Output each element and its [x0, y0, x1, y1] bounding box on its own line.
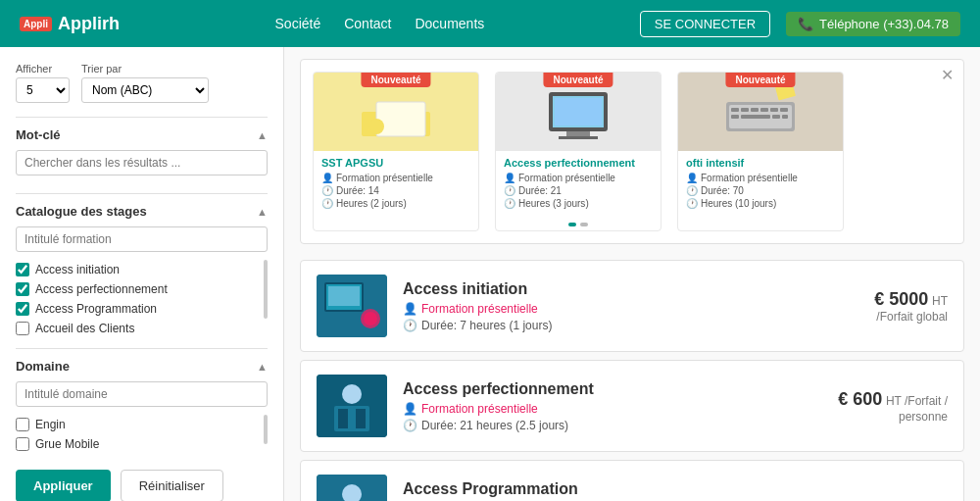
catalogue-label: Catalogue des stages — [16, 204, 147, 219]
nav-documents[interactable]: Documents — [415, 16, 484, 31]
close-featured-icon[interactable]: ✕ — [941, 66, 954, 84]
badge-1: Nouveauté — [543, 73, 612, 87]
domaine-list: Engin Grue Mobile — [16, 415, 99, 454]
sidebar-actions: Appliquer Réinitialiser — [16, 470, 268, 501]
training-thumb-1 — [317, 375, 387, 437]
list-item: Engin — [16, 415, 99, 434]
nav-societe[interactable]: Société — [275, 16, 321, 31]
featured-card-img-2: Nouveauté — [678, 73, 843, 151]
catalogue-header[interactable]: Catalogue des stages ▲ — [16, 204, 268, 219]
motcle-header[interactable]: Mot-clé ▲ — [16, 127, 268, 142]
featured-card-1[interactable]: Nouveauté Access perfectionnement — [495, 72, 662, 231]
domaine-item-0: Engin — [35, 418, 66, 431]
svg-rect-19 — [782, 115, 788, 119]
motcle-input[interactable] — [16, 150, 268, 175]
featured-card-title-1: Access perfectionnement — [504, 157, 653, 169]
svg-rect-18 — [772, 115, 780, 119]
reset-button[interactable]: Réinitialiser — [121, 470, 223, 501]
domaine-section: Domaine ▲ Engin Grue Mobile — [16, 348, 268, 454]
phone-button[interactable]: 📞 Téléphone (+33).04.78 — [786, 12, 960, 36]
training-title-1: Access perfectionnement — [403, 380, 814, 398]
clock-icon-6: 🕐 — [686, 198, 698, 209]
training-title-2: Access Programmation — [403, 480, 814, 498]
svg-rect-13 — [760, 108, 768, 112]
domaine-item-1: Grue Mobile — [35, 437, 99, 451]
training-type-0: 👤 Formation présentielle — [403, 302, 814, 316]
domaine-scrollbar — [264, 415, 268, 444]
svg-rect-17 — [741, 115, 770, 119]
logo-text: Applirh — [58, 14, 120, 34]
domaine-input[interactable] — [16, 381, 268, 407]
catalogue-check-1[interactable] — [16, 282, 29, 296]
list-item: Access initiation — [16, 260, 168, 279]
main-nav: Société Contact Documents — [275, 16, 485, 31]
list-item: Access perfectionnement — [16, 279, 168, 299]
featured-card-duree-0: 🕐 Durée: 14 — [321, 185, 470, 196]
domaine-check-1[interactable] — [16, 437, 29, 451]
svg-rect-5 — [566, 131, 590, 136]
domaine-caret: ▲ — [257, 361, 268, 373]
clock-icon-4: 🕐 — [504, 198, 515, 209]
training-thumb-0 — [317, 275, 387, 337]
dot-0 — [568, 223, 576, 226]
catalogue-check-2[interactable] — [16, 302, 29, 316]
trier-select[interactable]: Nom (ABC) Prix Durée — [81, 77, 209, 103]
price-main-1: € 600 HT /Forfait / — [830, 389, 948, 410]
clock-icon: 🕐 — [321, 185, 333, 196]
svg-rect-10 — [731, 108, 739, 112]
training-thumb-2 — [317, 475, 387, 501]
training-item-0[interactable]: Access initiation 👤 Formation présentiel… — [300, 260, 964, 352]
person-icon-2: 👤 — [686, 173, 698, 183]
clock-icon-3: 🕐 — [504, 185, 515, 196]
catalogue-list: Access initiation Access perfectionnemen… — [16, 260, 168, 338]
header: Appli Applirh Société Contact Documents … — [0, 0, 980, 47]
domaine-check-0[interactable] — [16, 418, 29, 431]
catalogue-section: Catalogue des stages ▲ Access initiation… — [16, 193, 268, 338]
svg-rect-1 — [376, 102, 425, 136]
header-right: SE CONNECTER 📞 Téléphone (+33).04.78 — [640, 11, 960, 37]
training-duration-0: 🕐 Durée: 7 heures (1 jours) — [403, 319, 814, 332]
person-icon-t0: 👤 — [403, 302, 417, 316]
featured-card-type-1: 👤 Formation présentielle — [504, 173, 653, 183]
list-item: Accueil des Clients — [16, 319, 168, 338]
featured-card-duree-2: 🕐 Durée: 70 — [686, 185, 835, 196]
phone-icon: 📞 — [798, 17, 813, 31]
catalogue-check-3[interactable] — [16, 322, 29, 335]
catalogue-item-1: Access perfectionnement — [35, 282, 168, 296]
trier-label: Trier par — [81, 63, 209, 75]
training-item-1[interactable]: Access perfectionnement 👤 Formation prés… — [300, 360, 964, 452]
afficher-label: Afficher — [16, 63, 70, 75]
catalogue-check-0[interactable] — [16, 263, 29, 276]
domaine-header[interactable]: Domaine ▲ — [16, 359, 268, 374]
svg-rect-7 — [555, 98, 602, 125]
catalogue-input[interactable] — [16, 226, 268, 252]
featured-card-type-0: 👤 Formation présentielle — [321, 173, 470, 183]
afficher-select[interactable]: 5 10 20 — [16, 77, 70, 103]
featured-card-title-2: ofti intensif — [686, 157, 835, 169]
featured-card-heures-1: 🕐 Heures (3 jours) — [504, 198, 653, 209]
training-item-2[interactable]: Access Programmation 👤 Formation présent… — [300, 460, 964, 501]
catalogue-scrollbar — [264, 260, 268, 319]
price-sub-1: personne — [830, 410, 948, 424]
motcle-search — [16, 150, 268, 183]
apply-button[interactable]: Appliquer — [16, 470, 111, 501]
featured-card-0[interactable]: Nouveauté SST APGSU 👤 Formation présenti… — [313, 72, 479, 231]
svg-point-2 — [368, 119, 384, 134]
trier-field: Trier par Nom (ABC) Prix Durée — [81, 63, 209, 103]
clock-icon-2: 🕐 — [321, 198, 333, 209]
svg-rect-12 — [751, 108, 759, 112]
connect-button[interactable]: SE CONNECTER — [640, 11, 770, 37]
clock-icon-5: 🕐 — [686, 185, 698, 196]
training-list: Access initiation 👤 Formation présentiel… — [300, 260, 964, 501]
featured-card-2[interactable]: Nouveauté — [677, 72, 844, 231]
dot-1 — [580, 223, 588, 226]
motcle-label: Mot-clé — [16, 127, 61, 142]
featured-card-heures-0: 🕐 Heures (2 jours) — [321, 198, 470, 209]
featured-card-duree-1: 🕐 Durée: 21 — [504, 185, 653, 196]
featured-card-info-0: SST APGSU 👤 Formation présentielle 🕐 Dur… — [314, 151, 478, 217]
content: ✕ Nouveauté SST APGSU — [284, 47, 980, 501]
training-info-2: Access Programmation 👤 Formation présent… — [403, 480, 814, 502]
featured-card-img-0: Nouveauté — [314, 73, 478, 151]
catalogue-caret: ▲ — [257, 206, 268, 218]
nav-contact[interactable]: Contact — [344, 16, 391, 31]
